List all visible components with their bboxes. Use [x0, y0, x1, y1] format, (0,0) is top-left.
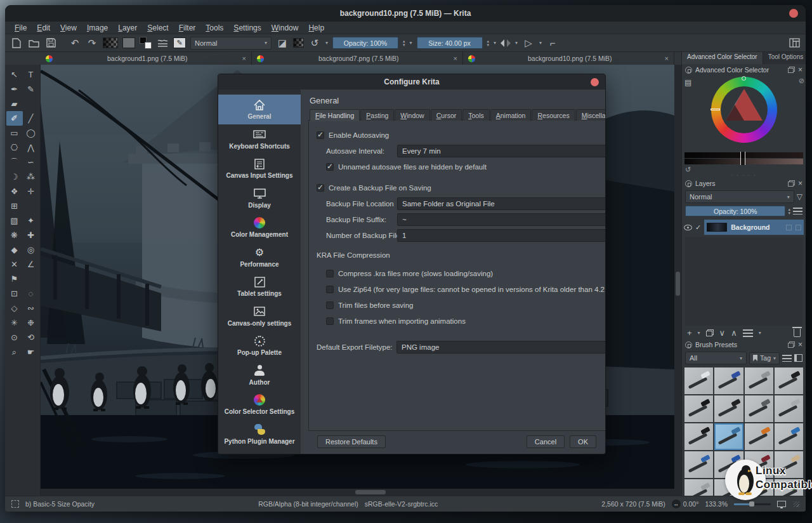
settings-category-display[interactable]: Display [218, 183, 301, 213]
eraser-mode-icon[interactable]: ◪ [276, 37, 289, 50]
menu-item[interactable]: Edit [32, 22, 55, 34]
bezier-curve-tool[interactable]: ⌒ [6, 155, 23, 169]
freehand-path-tool[interactable]: ∽ [23, 155, 39, 169]
menu-item[interactable]: Layer [114, 22, 141, 34]
close-docker-icon[interactable]: × [798, 341, 802, 348]
menu-item[interactable]: Filter [174, 22, 200, 34]
wraparound-mode-icon[interactable]: ⌐ [546, 37, 559, 50]
settings-category-color-management[interactable]: Color Management [218, 213, 301, 242]
cancel-button[interactable]: Cancel [527, 435, 565, 448]
selector-settings-icon[interactable]: ▤ [684, 78, 691, 87]
brush-preset[interactable] [684, 451, 713, 478]
brush-preset[interactable] [775, 367, 803, 394]
similar-color-selection-tool[interactable]: ❉ [23, 315, 39, 330]
multibrush-tool[interactable]: ⁂ [23, 169, 39, 184]
window-titlebar[interactable]: background10.png (7.5 MiB) — Krita [5, 5, 806, 22]
opacity-spin-buttons[interactable]: ▴▾ [403, 39, 405, 47]
canvas-vertical-scrollbar[interactable] [674, 65, 681, 489]
lock-icon[interactable] [685, 180, 692, 187]
settings-category-python-plugins[interactable]: Python Plugin Manager [218, 420, 301, 449]
zoom-tool[interactable]: ⌕ [6, 345, 23, 359]
pattern-editing-tool[interactable]: ▰ [6, 96, 23, 111]
blending-mode-dropdown[interactable]: Normal ▾ [190, 37, 272, 50]
chevron-down-icon[interactable]: ▾ [539, 40, 542, 46]
brush-tag-filter-dropdown[interactable]: All ▾ [685, 352, 747, 364]
rectangle-tool[interactable]: ▭ [6, 126, 23, 140]
document-tab[interactable]: background7.png (7.5 MiB) × [252, 52, 463, 65]
brush-preset[interactable] [684, 395, 713, 422]
close-tab-icon[interactable]: × [454, 55, 457, 62]
color-history-bars[interactable] [684, 152, 803, 164]
canvas-horizontal-scrollbar[interactable] [41, 489, 681, 496]
menu-item[interactable]: Settings [229, 22, 265, 34]
contiguous-selection-tool[interactable]: ✳ [6, 315, 23, 330]
bar-handle[interactable] [740, 152, 745, 165]
reload-preset-icon[interactable]: ↺ [308, 37, 321, 50]
close-docker-icon[interactable]: × [798, 66, 802, 74]
restore-defaults-button[interactable]: Restore Defaults [317, 435, 386, 448]
brush-preset[interactable] [745, 423, 773, 450]
enable-autosaving-checkbox[interactable]: Enable Autosaving [317, 128, 606, 142]
layer-filter-icon[interactable]: ▽ [797, 192, 802, 201]
docker-tab[interactable]: Tool Options [763, 52, 806, 64]
delete-layer-button[interactable] [794, 329, 801, 337]
polygon-tool[interactable]: ⎔ [6, 140, 23, 155]
polyline-tool[interactable]: ⋀ [23, 140, 39, 155]
window-close-button[interactable] [789, 9, 798, 18]
float-docker-icon[interactable] [788, 341, 795, 348]
settings-category-color-selector[interactable]: Color Selector Settings [218, 390, 301, 420]
layer-opacity-slider[interactable]: Opacity: 100% [685, 206, 785, 216]
chevron-down-icon[interactable]: ▾ [325, 40, 328, 46]
crop-tool[interactable]: ⊞ [6, 199, 23, 213]
settings-category-author[interactable]: Author [218, 361, 301, 390]
ok-button[interactable]: OK [570, 435, 596, 448]
layer-visibility-icon[interactable] [684, 225, 692, 230]
save-icon[interactable] [44, 37, 57, 50]
brush-preset[interactable] [714, 367, 743, 394]
compress-kra-checkbox[interactable]: Compress .kra files more (slows loading/… [326, 267, 606, 280]
settings-category-canvas-input[interactable]: Canvas Input Settings [218, 154, 301, 183]
settings-tab[interactable]: Tools [462, 109, 490, 121]
sv-triangle[interactable] [721, 86, 768, 133]
settings-category-tablet[interactable]: Tablet settings [218, 272, 301, 301]
tag-button[interactable]: Tag ▾ [749, 352, 780, 364]
chevron-down-icon[interactable]: ▾ [515, 40, 518, 46]
dynamic-brush-tool[interactable]: ☽ [6, 169, 23, 184]
lock-icon[interactable] [685, 67, 692, 74]
move-layer-down-button[interactable]: ∨ [719, 328, 726, 338]
settings-tab[interactable]: Window [395, 109, 429, 121]
presets-view-mode-icon[interactable] [794, 354, 802, 362]
settings-category-performance[interactable]: ⚙ Performance [218, 242, 301, 272]
toolbox-spacer[interactable] [23, 199, 39, 213]
menu-item[interactable]: View [56, 22, 81, 34]
measure-tool[interactable]: ∠ [23, 257, 39, 272]
layer-alpha-lock-icon[interactable] [796, 225, 801, 230]
foreground-background-colors[interactable] [140, 37, 152, 49]
brush-preset[interactable] [714, 423, 743, 450]
dialog-titlebar[interactable]: Configure Krita [218, 74, 605, 89]
trim-files-checkbox[interactable]: Trim files before saving [326, 298, 606, 312]
float-docker-icon[interactable] [788, 180, 795, 187]
brush-preset-list-icon[interactable] [156, 37, 169, 50]
brush-preset[interactable] [745, 395, 773, 422]
color-sampler-tool[interactable]: ✦ [23, 213, 39, 228]
fill-tool[interactable]: ◆ [6, 242, 23, 257]
canvas-rotation-widget[interactable]: ↔ 0.00° [672, 500, 699, 508]
open-document-icon[interactable] [27, 37, 40, 50]
settings-tab[interactable]: Pasting [360, 109, 394, 121]
redo-icon[interactable]: ↷ [86, 37, 98, 50]
document-tab[interactable]: background1.png (7.5 MiB) × [41, 52, 252, 65]
brush-size-slider[interactable]: Size: 40.00 px [417, 37, 483, 49]
brush-preset[interactable] [745, 367, 773, 394]
no-color-icon[interactable]: ⊘ [799, 77, 804, 85]
brush-preset[interactable] [775, 423, 803, 450]
layer-lock-icon[interactable] [786, 225, 792, 230]
document-tab[interactable]: background10.png (7.5 MiB) × [463, 52, 674, 65]
settings-category-general[interactable]: General [218, 95, 301, 124]
settings-tab[interactable]: Animation [490, 109, 532, 121]
line-tool[interactable]: ╱ [23, 111, 39, 126]
enclose-fill-tool[interactable]: ◎ [23, 242, 39, 257]
mirror-horizontal-icon[interactable] [501, 39, 511, 48]
backup-location-dropdown[interactable]: Same Folder as Original File ▾ [397, 197, 606, 210]
layer-blending-dropdown[interactable]: Normal ▾ [685, 190, 794, 203]
